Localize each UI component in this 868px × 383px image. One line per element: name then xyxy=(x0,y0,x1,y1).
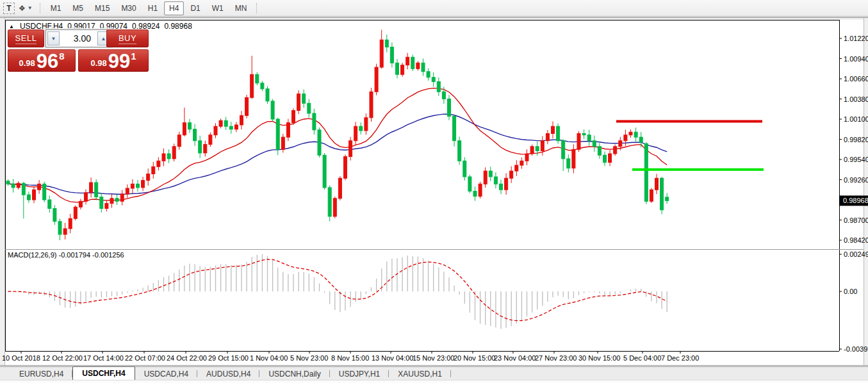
svg-text:0.98700: 0.98700 xyxy=(844,216,868,224)
sell-button-label: SELL xyxy=(15,33,37,44)
chart-tab-usdchf-h4[interactable]: USDCHF,H4 xyxy=(72,366,135,380)
macd-indicator-label: MACD(12,26,9) -0.001794 -0.001256 xyxy=(8,251,124,259)
buy-button-label: BUY xyxy=(119,33,136,44)
chart-tab-audusd-h4[interactable]: AUDUSD,H4 xyxy=(197,368,259,380)
bid-price-box[interactable]: 0.98 96 8 xyxy=(8,49,76,72)
buy-button[interactable]: BUY xyxy=(106,29,149,47)
svg-text:22 Oct 07:00: 22 Oct 07:00 xyxy=(125,354,165,362)
sell-button[interactable]: SELL xyxy=(8,29,44,47)
svg-text:8 Nov 15:00: 8 Nov 15:00 xyxy=(331,354,369,362)
chart-tabs-bar: EURUSD,H4USDCHF,H4USDCAD,H4AUDUSD,H4USDC… xyxy=(0,366,868,380)
svg-text:0.99260: 0.99260 xyxy=(844,176,868,184)
svg-text:30 Nov 15:00: 30 Nov 15:00 xyxy=(578,354,620,362)
mt4-terminal: { "toolbar": { "text_tool": "T", "timefr… xyxy=(0,0,868,383)
svg-text:12 Oct 22:00: 12 Oct 22:00 xyxy=(42,354,83,362)
chart-tab-eurusd-h4[interactable]: EURUSD,H4 xyxy=(10,368,72,380)
svg-text:1.00380: 1.00380 xyxy=(844,95,868,103)
macd-plot-area[interactable] xyxy=(5,250,839,351)
svg-text:29 Oct 15:00: 29 Oct 15:00 xyxy=(208,354,249,362)
svg-text:27 Nov 23:00: 27 Nov 23:00 xyxy=(535,354,577,362)
chart-tab-xauusd-h1[interactable]: XAUUSD,H1 xyxy=(389,368,451,380)
bid-price-prefix: 0.98 xyxy=(19,58,35,68)
svg-text:10 Oct 2018: 10 Oct 2018 xyxy=(2,354,40,362)
svg-text:1.00100: 1.00100 xyxy=(844,115,868,123)
ask-price-point: 1 xyxy=(131,51,136,61)
svg-text:0.00: 0.00 xyxy=(844,288,857,295)
bar-close: 0.98968 xyxy=(164,22,192,31)
ask-price-pips: 99 xyxy=(108,51,130,71)
collapse-triangle-icon: ▲ xyxy=(9,24,14,29)
svg-text:-0.003913: -0.003913 xyxy=(844,345,868,353)
caret-down-icon: ▼ xyxy=(51,36,56,42)
bid-price-pips: 96 xyxy=(37,51,58,71)
svg-text:1.00660: 1.00660 xyxy=(844,75,868,83)
svg-text:17 Oct 14:00: 17 Oct 14:00 xyxy=(83,354,124,362)
volume-decrease-button[interactable]: ▼ xyxy=(47,31,60,45)
current-price-value: 0.98968 xyxy=(843,197,868,204)
svg-text:1.00940: 1.00940 xyxy=(844,55,868,63)
svg-text:5 Nov 23:00: 5 Nov 23:00 xyxy=(290,354,328,362)
svg-text:0.99540: 0.99540 xyxy=(844,156,868,163)
svg-text:0.98420: 0.98420 xyxy=(844,236,868,244)
ask-price-prefix: 0.98 xyxy=(90,58,106,68)
volume-input[interactable]: 3.00 xyxy=(61,33,96,44)
svg-text:5 Dec 04:00: 5 Dec 04:00 xyxy=(623,354,661,362)
status-strip xyxy=(0,380,868,383)
volume-stepper: ▼ 3.00 ▲ xyxy=(45,29,111,47)
svg-text:20 Nov 15:00: 20 Nov 15:00 xyxy=(454,354,495,362)
svg-text:15 Nov 23:00: 15 Nov 23:00 xyxy=(413,354,454,362)
svg-text:7 Dec 23:00: 7 Dec 23:00 xyxy=(661,354,699,362)
svg-text:24 Oct 22:00: 24 Oct 22:00 xyxy=(167,354,207,362)
svg-text:1.01220: 1.01220 xyxy=(844,35,868,42)
bid-price-point: 8 xyxy=(59,51,64,61)
caret-up-icon: ▲ xyxy=(101,36,106,42)
svg-text:13 Nov 04:00: 13 Nov 04:00 xyxy=(372,354,413,362)
ask-price-box[interactable]: 0.98 99 1 xyxy=(78,49,149,72)
svg-text:0.002492: 0.002492 xyxy=(844,250,868,258)
one-click-trading-panel: SELL ▼ 3.00 ▲ BUY 0.98 96 8 0.98 99 xyxy=(8,29,149,72)
chart-tab-usdjpy-h1[interactable]: USDJPY,H1 xyxy=(330,368,389,380)
chart-tab-usdcad-h4[interactable]: USDCAD,H4 xyxy=(135,368,197,380)
svg-text:23 Nov 04:00: 23 Nov 04:00 xyxy=(494,354,536,362)
chart-tab-usdcnh-daily[interactable]: USDCNH,Daily xyxy=(259,368,329,380)
svg-text:0.99820: 0.99820 xyxy=(844,136,868,143)
svg-text:1 Nov 04:00: 1 Nov 04:00 xyxy=(250,354,288,362)
